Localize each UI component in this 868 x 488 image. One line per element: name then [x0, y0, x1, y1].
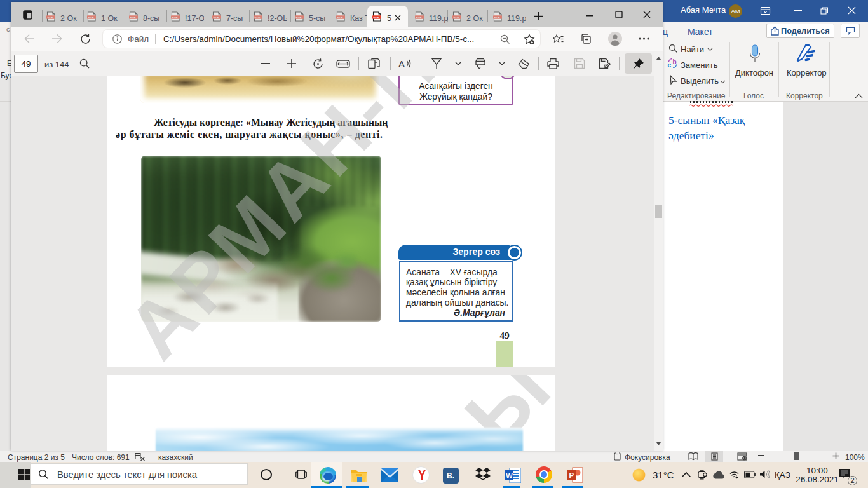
svg-text:PDF: PDF [255, 16, 261, 19]
svg-text:c: c [668, 62, 672, 69]
svg-text:PDF: PDF [416, 16, 422, 19]
svg-text:B.: B. [447, 471, 454, 480]
svg-text:b: b [673, 58, 677, 65]
svg-text:PDF: PDF [374, 16, 379, 19]
svg-text:PDF: PDF [172, 16, 178, 19]
svg-text:PDF: PDF [214, 16, 219, 19]
svg-text:W: W [506, 472, 513, 480]
svg-text:PDF: PDF [88, 16, 94, 19]
svg-text:PDF: PDF [454, 16, 459, 19]
svg-text:A: A [398, 58, 405, 69]
svg-text:PDF: PDF [130, 16, 136, 19]
svg-text:P: P [569, 471, 574, 479]
svg-text:PDF: PDF [48, 16, 53, 19]
svg-text:PDF: PDF [296, 16, 302, 19]
svg-text:PDF: PDF [337, 16, 343, 19]
svg-text:PDF: PDF [494, 16, 500, 19]
